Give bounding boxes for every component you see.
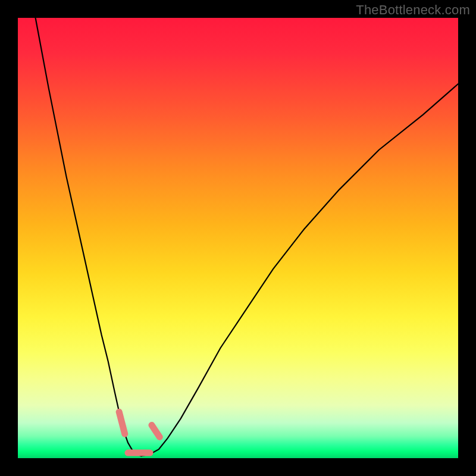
chart-frame: TheBottleneck.com <box>0 0 476 476</box>
right-curve <box>141 84 458 456</box>
left-marker <box>119 412 125 434</box>
plot-area <box>18 18 458 458</box>
left-curve <box>36 18 142 456</box>
right-marker <box>152 425 159 437</box>
watermark-text: TheBottleneck.com <box>356 2 470 18</box>
curve-layer <box>18 18 458 458</box>
